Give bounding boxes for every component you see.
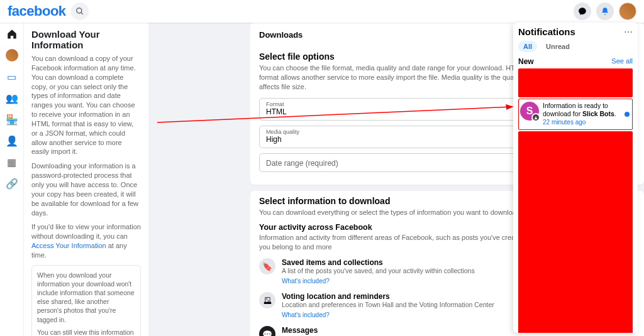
tab-downloads[interactable]: Downloads xyxy=(259,30,303,40)
sidebar-p3: If you'd like to view your information w… xyxy=(31,222,141,259)
facebook-logo[interactable]: facebook xyxy=(8,3,66,19)
notifications-button[interactable] xyxy=(596,3,614,20)
unread-dot-icon xyxy=(625,112,630,117)
ballot-icon: 🗳 xyxy=(259,292,275,308)
bell-icon xyxy=(601,7,609,16)
messenger-icon: 💬 xyxy=(259,326,275,336)
redacted-block xyxy=(518,68,633,97)
apps-grid-icon[interactable]: ▦ xyxy=(6,156,18,168)
info-sidebar: Download Your Information You can downlo… xyxy=(24,23,148,336)
link-icon[interactable]: 🔗 xyxy=(6,177,18,190)
note-box: When you download your information your … xyxy=(31,265,141,336)
note-text-1: When you download your information your … xyxy=(37,271,135,324)
notif-avatar: S ▲ xyxy=(520,102,539,121)
sidebar-heading: Download Your Information xyxy=(31,29,141,50)
groups-icon[interactable]: 👤 xyxy=(6,134,18,147)
notif-tab-all[interactable]: All xyxy=(518,41,537,52)
whats-included-link[interactable]: What's included? xyxy=(282,278,330,285)
notifications-menu-icon[interactable]: ⋯ xyxy=(624,27,633,37)
marketplace-icon[interactable]: 🏪 xyxy=(6,113,18,126)
top-bar: facebook xyxy=(0,0,644,23)
home-icon[interactable] xyxy=(6,28,18,40)
sidebar-p1: You can download a copy of your Facebook… xyxy=(31,54,141,156)
redacted-block xyxy=(518,131,633,333)
notification-item-download-ready[interactable]: S ▲ Information is ready to download for… xyxy=(518,99,633,130)
item-title: Saved items and collections xyxy=(282,258,475,267)
messenger-icon xyxy=(578,7,587,16)
left-rail: ▭ 👥 🏪 👤 ▦ 🔗 xyxy=(0,23,24,336)
item-title: Messages xyxy=(282,326,462,335)
watch-icon[interactable]: ▭ xyxy=(6,70,18,83)
svg-line-1 xyxy=(80,13,82,14)
item-desc: Location and preferences in Town Hall an… xyxy=(282,301,494,308)
notifications-heading: Notifications xyxy=(518,26,575,37)
sidebar-p2: Downloading your information is a passwo… xyxy=(31,161,141,217)
friends-icon[interactable]: 👥 xyxy=(6,92,18,104)
messenger-button[interactable] xyxy=(574,3,591,20)
notif-tab-unread[interactable]: Unread xyxy=(541,41,575,52)
svg-point-0 xyxy=(76,8,81,13)
item-desc: A list of the posts you've saved, and yo… xyxy=(282,267,475,274)
access-your-information-link[interactable]: Access Your Information xyxy=(31,242,106,249)
search-icon xyxy=(75,7,84,16)
notif-section-new: New xyxy=(518,57,534,66)
search-button[interactable] xyxy=(71,3,89,20)
account-avatar[interactable] xyxy=(619,3,636,20)
download-badge-icon: ▲ xyxy=(531,113,540,122)
profile-mini-avatar[interactable] xyxy=(6,49,18,62)
notif-text: Information is ready to download for Sli… xyxy=(543,102,631,127)
bookmark-icon: 🔖 xyxy=(259,258,275,274)
note-text-2: You can still view this information anyt… xyxy=(37,328,135,336)
notifications-panel: Notifications ⋯ All Unread New See all S… xyxy=(513,23,638,333)
item-title: Voting location and reminders xyxy=(282,292,494,301)
notif-timestamp: 22 minutes ago xyxy=(543,119,586,126)
notif-see-all-link[interactable]: See all xyxy=(611,57,633,66)
whats-included-link[interactable]: What's included? xyxy=(282,312,330,318)
